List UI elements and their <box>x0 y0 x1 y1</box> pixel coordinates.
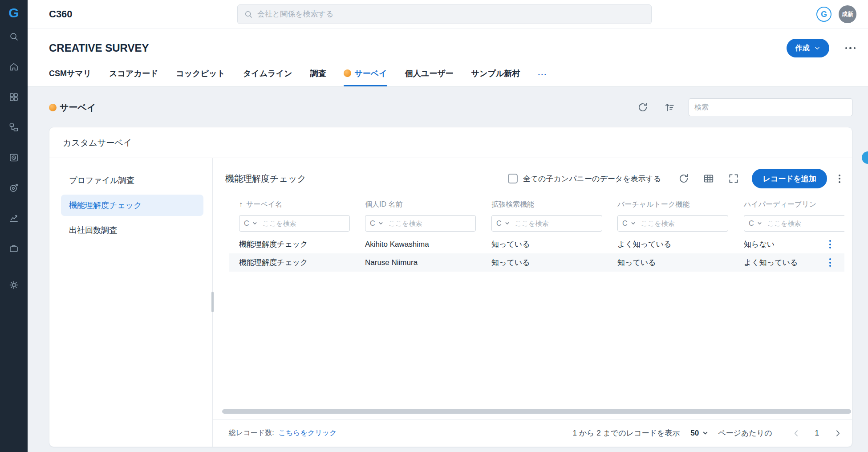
table-row[interactable]: 機能理解度チェック Naruse Niimura 知っている 知っている よく知… <box>229 253 844 272</box>
survey-item-profile[interactable]: プロファイル調査 <box>61 170 203 191</box>
tabs-overflow-button[interactable]: ... <box>538 68 547 86</box>
more-actions-button[interactable] <box>844 44 857 53</box>
section-title: サーベイ <box>60 102 96 114</box>
tab-personal-users[interactable]: 個人ユーザー <box>405 68 454 86</box>
records-table: ↑サーベイ名 個人ID 名前 拡張検索機能 バーチャルトーク機能 ハイパーディー… <box>229 199 844 272</box>
tangerine-icon <box>49 104 57 111</box>
cell-virtual-talk: 知っている <box>607 257 734 268</box>
total-records-link[interactable]: こちらをクリック <box>279 428 337 438</box>
chevron-down-icon <box>631 221 636 226</box>
goals-icon[interactable] <box>8 183 19 193</box>
filter-extended-search[interactable]: C <box>491 215 602 232</box>
table-header-row: ↑サーベイ名 個人ID 名前 拡張検索機能 バーチャルトーク機能 ハイパーディー… <box>229 199 844 210</box>
cell-survey-name: 機能理解度チェック <box>229 257 355 268</box>
table-view-icon[interactable] <box>703 173 714 184</box>
main-column: C360 G 成新 CREATIVE SURVEY 作成 CSMサマリ スコアカ… <box>28 0 868 452</box>
tab-scorecard[interactable]: スコアカード <box>109 68 158 86</box>
org-avatar[interactable]: G <box>816 7 831 22</box>
analytics-icon[interactable] <box>8 213 19 224</box>
tab-research[interactable]: 調査 <box>310 68 326 86</box>
survey-detail-panel: 機能理解度チェック 全ての子カンパニーのデータを表示する レコードを追加 <box>213 158 852 447</box>
briefcase-icon[interactable] <box>8 243 19 254</box>
survey-list-panel: プロファイル調査 機能理解度チェック 出社回数調査 <box>49 158 213 447</box>
cell-extended-search: 知っている <box>481 257 607 268</box>
filter-survey-name[interactable]: C <box>239 215 350 232</box>
filter-hyper-deeplink[interactable]: C <box>744 215 844 232</box>
content-area: サーベイ カスタムサーベイ プロファイル調査 機能理解度チェック 出社回数調査 <box>28 87 868 452</box>
row-menu-icon[interactable] <box>827 256 834 269</box>
tab-sample-niimura[interactable]: サンプル新村 <box>471 68 520 86</box>
refresh-icon[interactable] <box>678 173 690 184</box>
section-header: サーベイ <box>49 98 852 116</box>
app-title: C360 <box>49 8 73 20</box>
chevron-down-icon <box>505 221 510 226</box>
filter-input[interactable] <box>641 220 723 227</box>
filter-virtual-talk[interactable]: C <box>617 215 728 232</box>
cell-person-name: Akihito Kawashima <box>355 240 481 249</box>
schedule-icon[interactable] <box>8 152 19 163</box>
panel-resize-handle[interactable] <box>211 292 214 312</box>
filter-person-name[interactable]: C <box>365 215 476 232</box>
show-child-companies-toggle[interactable]: 全ての子カンパニーのデータを表示する <box>508 174 661 184</box>
panel-menu-icon[interactable] <box>836 172 843 186</box>
total-records-label: 総レコード数: <box>229 428 274 438</box>
fullscreen-icon[interactable] <box>728 173 739 184</box>
chevron-down-icon <box>757 221 762 226</box>
filter-input[interactable] <box>515 220 597 227</box>
checkbox[interactable] <box>508 174 518 183</box>
settings-gear-icon[interactable] <box>8 280 19 290</box>
card-title: カスタムサーベイ <box>49 127 852 158</box>
row-menu-icon[interactable] <box>827 237 834 251</box>
sort-icon[interactable] <box>664 102 675 113</box>
cell-survey-name: 機能理解度チェック <box>229 239 355 249</box>
panel-title: 機能理解度チェック <box>225 173 306 185</box>
column-header-survey-name[interactable]: ↑サーベイ名 <box>229 200 355 209</box>
hierarchy-icon[interactable] <box>8 122 19 133</box>
top-bar: C360 G 成新 <box>28 0 868 29</box>
column-header-extended-search[interactable]: 拡張検索機能 <box>481 200 607 209</box>
filter-input[interactable] <box>767 220 844 227</box>
refresh-icon[interactable] <box>637 102 649 113</box>
create-button[interactable]: 作成 <box>787 39 829 57</box>
app-root: G C360 G 成新 CREATIVE SURVEY 作成 <box>0 0 868 452</box>
user-avatar[interactable]: 成新 <box>839 5 856 23</box>
home-icon[interactable] <box>8 61 19 72</box>
global-search[interactable] <box>237 4 652 24</box>
filter-input[interactable] <box>263 220 345 227</box>
left-rail: G <box>0 0 28 452</box>
page-size-select[interactable]: 50 <box>690 429 708 438</box>
brand-logo-icon[interactable]: G <box>8 6 19 20</box>
tangerine-icon <box>344 69 351 77</box>
tab-csm-summary[interactable]: CSMサマリ <box>49 68 91 86</box>
horizontal-scrollbar[interactable] <box>222 409 851 414</box>
table-footer: 総レコード数: こちらをクリック 1 から 2 までのレコードを表示 50 ペー… <box>213 419 852 447</box>
section-search-input[interactable] <box>689 98 852 116</box>
tab-survey[interactable]: サーベイ <box>344 68 387 86</box>
column-header-hyper-deeplink[interactable]: ハイパーディープリン <box>734 200 816 209</box>
survey-item-attendance[interactable]: 出社回数調査 <box>61 220 203 241</box>
prev-page-button[interactable] <box>792 429 801 438</box>
survey-item-feature-check[interactable]: 機能理解度チェック <box>61 195 203 216</box>
column-header-virtual-talk[interactable]: バーチャルトーク機能 <box>607 200 734 209</box>
global-search-input[interactable] <box>257 10 645 19</box>
current-page: 1 <box>815 429 819 438</box>
cell-extended-search: 知っている <box>481 239 607 249</box>
tab-timeline[interactable]: タイムライン <box>243 68 292 86</box>
chevron-down-icon <box>702 430 708 436</box>
sort-asc-icon: ↑ <box>239 200 243 208</box>
search-icon[interactable] <box>8 31 19 42</box>
filter-input[interactable] <box>389 220 471 227</box>
pinned-column-divider <box>817 199 817 272</box>
cell-person-name: Naruse Niimura <box>355 258 481 267</box>
column-header-person-name[interactable]: 個人ID 名前 <box>355 200 481 209</box>
page-size-value: 50 <box>690 429 699 438</box>
apps-grid-icon[interactable] <box>8 92 19 102</box>
add-record-button[interactable]: レコードを追加 <box>752 169 827 188</box>
search-icon <box>244 10 253 19</box>
next-page-button[interactable] <box>833 429 842 438</box>
create-button-label: 作成 <box>795 44 810 53</box>
tab-cockpit[interactable]: コックピット <box>176 68 225 86</box>
page-title: CREATIVE SURVEY <box>49 41 149 55</box>
table-row[interactable]: 機能理解度チェック Akihito Kawashima 知っている よく知ってい… <box>229 235 844 253</box>
table-filter-row: C C C C C <box>229 215 844 232</box>
